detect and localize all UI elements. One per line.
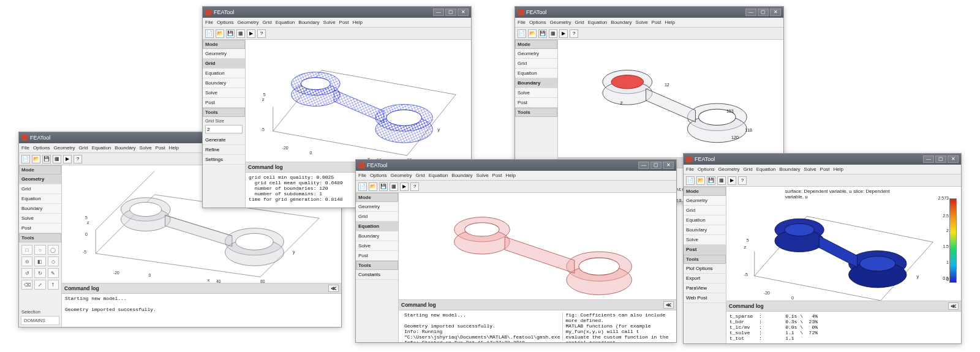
viewport[interactable]: 2 12 103 120 118 [558,40,783,157]
menu-post[interactable]: Post [156,145,165,151]
mode-boundary[interactable]: Boundary [203,78,245,88]
tool-ellipse-icon[interactable]: ◯ [48,245,59,255]
tool-new-icon[interactable]: 📄 [686,176,695,185]
max-button[interactable]: ▢ [650,162,662,169]
mode-solve[interactable]: Solve [684,235,726,245]
menu-help[interactable]: Help [353,20,363,25]
tool-circle-icon[interactable]: ○ [34,245,45,255]
mode-geometry[interactable]: Geometry [515,49,557,59]
mode-post[interactable]: Post [684,245,726,255]
tool-save-icon[interactable]: 💾 [42,155,51,163]
menu-post[interactable]: Post [652,20,662,25]
close-button[interactable]: ✕ [948,155,959,163]
btn-paraview[interactable]: ParaView [684,283,726,293]
log-collapse-icon[interactable]: ≪ [663,301,674,309]
menu-solve[interactable]: Solve [323,20,336,25]
mode-equation[interactable]: Equation [515,69,557,78]
btn-settings[interactable]: Settings [203,155,245,165]
btn-constants[interactable]: Constants [356,270,398,280]
menu-post[interactable]: Post [339,20,349,25]
log-collapse-icon[interactable]: ≪ [328,285,339,292]
menu-solve[interactable]: Solve [804,167,816,172]
close-button[interactable]: ✕ [458,9,469,16]
tool-open-icon[interactable]: 📂 [216,29,224,38]
tool-grid-icon[interactable]: ▦ [53,155,61,163]
menu-file[interactable]: File [518,20,526,25]
mode-boundary[interactable]: Boundary [684,225,726,235]
menu-post[interactable]: Post [820,167,830,172]
mode-grid[interactable]: Grid [356,212,398,222]
tool-run-icon[interactable]: ▶ [63,155,72,163]
menu-solve[interactable]: Solve [636,20,648,25]
mode-solve[interactable]: Solve [19,214,61,223]
tool-run-icon[interactable]: ▶ [247,29,255,38]
menu-solve[interactable]: Solve [477,173,489,178]
tool-help-icon[interactable]: ? [410,182,419,191]
tool-run-icon[interactable]: ▶ [559,29,568,38]
menu-geometry[interactable]: Geometry [718,167,739,172]
menu-file[interactable]: File [205,20,213,25]
viewport[interactable]: surface: Dependent variable, u slice: De… [726,187,961,301]
btn-refine[interactable]: Refine [203,145,245,155]
menu-grid[interactable]: Grid [575,20,584,25]
tool-help-icon[interactable]: ? [738,176,747,185]
menu-solve[interactable]: Solve [140,145,152,151]
tool-grid-icon[interactable]: ▦ [390,182,398,191]
mode-grid[interactable]: Grid [515,59,557,69]
btn-export[interactable]: Export [684,274,726,283]
menu-equation[interactable]: Equation [92,145,111,151]
tool-save-icon[interactable]: 💾 [226,29,235,38]
tool-new-icon[interactable]: 📄 [21,155,30,163]
menu-equation[interactable]: Equation [588,20,608,25]
mode-boundary[interactable]: Boundary [19,204,61,214]
tool-rotate-left-icon[interactable]: ↺ [21,268,32,278]
tool-rect-icon[interactable]: □ [21,245,32,255]
tool-run-icon[interactable]: ▶ [400,182,409,191]
tool-new-icon[interactable]: 📄 [358,182,367,191]
viewport[interactable] [399,193,676,299]
tool-poly-icon[interactable]: ◇ [48,257,59,266]
tool-save-icon[interactable]: 💾 [707,176,715,185]
mode-post[interactable]: Post [203,98,245,108]
menu-help[interactable]: Help [665,20,675,25]
mode-solve[interactable]: Solve [356,241,398,251]
btn-plot-options[interactable]: Plot Options [684,264,726,274]
tool-open-icon[interactable]: 📂 [696,176,705,185]
max-button[interactable]: ▢ [445,9,456,16]
mode-equation[interactable]: Equation [19,194,61,204]
tool-grid-icon[interactable]: ▦ [549,29,557,38]
mode-equation[interactable]: Equation [203,69,245,78]
menu-geometry[interactable]: Geometry [390,173,412,178]
mode-geometry[interactable]: Geometry [19,174,61,184]
menu-boundary[interactable]: Boundary [451,173,472,178]
max-button[interactable]: ▢ [758,9,769,16]
menu-options[interactable]: Options [217,20,234,25]
btn-generate[interactable]: Generate [203,135,245,145]
menu-file[interactable]: File [686,167,694,172]
close-button[interactable]: ✕ [770,9,781,16]
menu-options[interactable]: Options [370,173,387,178]
tool-help-icon[interactable]: ? [257,29,266,38]
min-button[interactable]: — [745,9,756,16]
max-button[interactable]: ▢ [935,155,946,163]
tool-save-icon[interactable]: 💾 [538,29,547,38]
mode-grid[interactable]: Grid [203,59,245,69]
tool-new-icon[interactable]: 📄 [518,29,526,38]
tool-extrude-icon[interactable]: ⤒ [48,280,59,290]
tool-open-icon[interactable]: 📂 [32,155,40,163]
mode-geometry[interactable]: Geometry [356,202,398,212]
tool-grid-icon[interactable]: ▦ [236,29,245,38]
tool-delete-icon[interactable]: ⌫ [21,280,32,290]
mode-grid[interactable]: Grid [684,206,726,215]
menu-boundary[interactable]: Boundary [115,145,135,151]
tool-help-icon[interactable]: ? [570,29,578,38]
grid-size-input[interactable] [205,125,243,133]
mode-post[interactable]: Post [19,223,61,233]
tool-open-icon[interactable]: 📂 [528,29,537,38]
selection-value[interactable]: DOMAINS [21,316,59,325]
close-button[interactable]: ✕ [663,162,674,169]
min-button[interactable]: — [638,162,649,169]
tool-grid-icon[interactable]: ▦ [717,176,726,185]
mode-equation[interactable]: Equation [684,215,726,225]
min-button[interactable]: — [433,9,444,16]
